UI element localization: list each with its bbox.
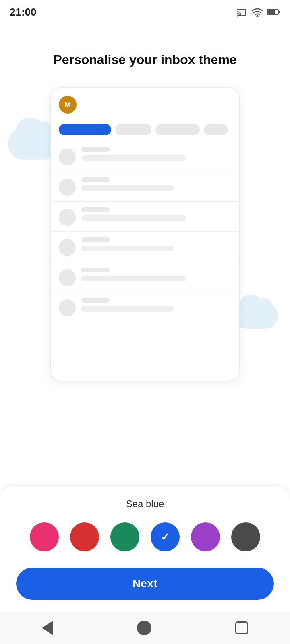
email-name-1 [81, 147, 110, 152]
color-swatch-dark-gray[interactable] [231, 522, 260, 551]
email-content-3 [81, 207, 231, 221]
email-content-6 [81, 298, 231, 312]
email-subject-5 [81, 276, 186, 281]
cloud-right-decoration [234, 303, 278, 329]
email-avatar-3 [59, 209, 76, 226]
tab-4 [204, 124, 228, 135]
bottom-panel: Sea blue Next [0, 487, 290, 612]
email-avatar-6 [59, 299, 76, 316]
cast-icon [237, 8, 247, 17]
email-avatar-1 [59, 149, 76, 165]
wifi-icon [251, 8, 263, 17]
email-name-3 [81, 207, 110, 212]
svg-point-2 [257, 15, 259, 17]
email-content-2 [81, 177, 231, 191]
email-subject-1 [81, 155, 186, 161]
email-item-4 [51, 231, 239, 262]
next-button[interactable]: Next [16, 568, 274, 600]
svg-rect-4 [278, 11, 280, 13]
color-swatch-sea-blue[interactable] [151, 522, 180, 551]
color-swatches [16, 522, 274, 551]
email-name-2 [81, 177, 110, 182]
email-avatar-5 [59, 269, 76, 286]
tab-3 [155, 124, 200, 135]
email-subject-3 [81, 215, 186, 221]
theme-name-label: Sea blue [16, 498, 274, 510]
avatar: M [59, 96, 77, 114]
email-name-6 [81, 298, 110, 303]
email-avatar-4 [59, 239, 76, 256]
email-name-4 [81, 237, 110, 242]
status-icons [237, 8, 280, 17]
svg-rect-0 [237, 9, 246, 16]
inbox-preview-card: M [50, 87, 240, 381]
svg-rect-5 [268, 10, 276, 14]
tab-2 [115, 124, 151, 135]
preview-wrapper: M [32, 87, 258, 381]
color-swatch-purple[interactable] [191, 522, 220, 551]
email-content-5 [81, 268, 231, 281]
bottom-nav [0, 612, 290, 644]
email-content-4 [81, 237, 231, 251]
email-item-3 [51, 201, 239, 231]
email-name-5 [81, 268, 110, 272]
home-button[interactable] [137, 621, 151, 635]
email-avatar-2 [59, 179, 76, 196]
email-item-5 [51, 262, 239, 292]
color-swatch-pink-red[interactable] [30, 522, 59, 551]
card-header: M [51, 88, 239, 124]
status-bar: 21:00 [0, 0, 290, 20]
battery-icon [267, 8, 280, 16]
color-swatch-red[interactable] [70, 522, 99, 551]
recents-button[interactable] [235, 621, 248, 634]
tab-bar [51, 124, 239, 141]
email-subject-6 [81, 306, 174, 312]
page-title: Personalise your inbox theme [53, 52, 236, 67]
email-item-6 [51, 292, 239, 322]
svg-point-1 [237, 15, 238, 17]
color-swatch-green[interactable] [110, 522, 139, 551]
email-item-2 [51, 171, 239, 201]
status-time: 21:00 [10, 6, 37, 19]
email-subject-4 [81, 246, 174, 251]
email-list [51, 141, 239, 322]
email-item-1 [51, 141, 239, 171]
email-content-1 [81, 147, 231, 161]
main-content: Personalise your inbox theme M [0, 20, 290, 381]
back-button[interactable] [42, 621, 53, 635]
tab-active [59, 124, 111, 135]
email-subject-2 [81, 185, 174, 191]
